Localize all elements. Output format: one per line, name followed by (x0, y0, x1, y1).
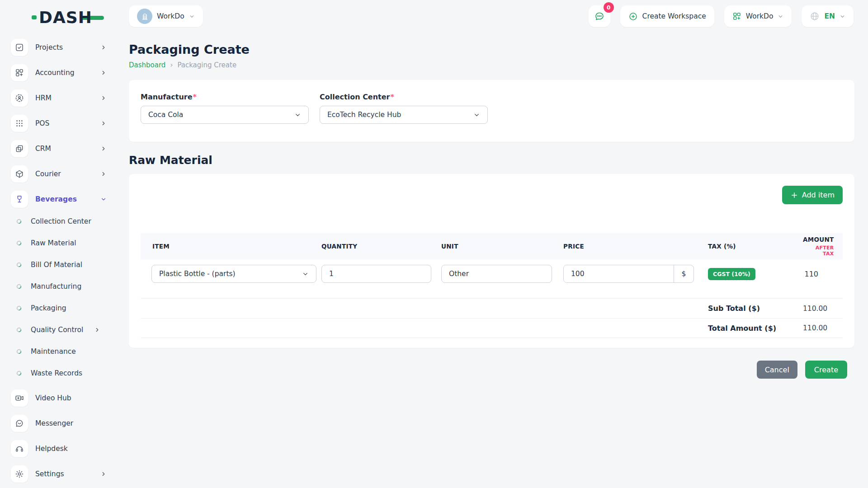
chevron-right-icon (94, 327, 100, 333)
topbar-actions: 0 Create Workspace WorkDo (589, 5, 854, 27)
item-select[interactable]: Plastic Bottle - (parts) (151, 265, 316, 283)
sidebar-item-messenger[interactable]: Messenger (11, 415, 107, 432)
sidebar-item-manufacturing[interactable]: Manufacturing (16, 281, 107, 292)
globe-icon (810, 11, 820, 21)
messages-button[interactable]: 0 (589, 5, 610, 27)
bullet-circle-icon (16, 219, 22, 224)
manufacture-select[interactable]: Coca Cola (141, 106, 309, 124)
sidebar-item-pos[interactable]: POS (11, 115, 107, 132)
chevron-right-icon (100, 120, 107, 127)
sidebar-item-label: Accounting (35, 69, 75, 77)
header-form-card: Manufacture* Coca Cola Collection Center… (129, 80, 854, 142)
column-header-tax: TAX (%) (694, 243, 803, 250)
sidebar-item-accounting[interactable]: Accounting (11, 64, 107, 81)
bullet-circle-icon (16, 284, 22, 289)
manufacture-select-value: Coca Cola (148, 111, 183, 119)
person-dashed-circle-icon (11, 89, 28, 107)
collection-center-label: Collection Center* (320, 93, 488, 101)
workspace-switcher[interactable]: WorkDo (129, 5, 203, 27)
logo-text: DASH (32, 8, 92, 27)
total-amount-value: 110.00 (803, 324, 852, 332)
dots-grid-icon (11, 115, 28, 132)
building-icon (141, 12, 149, 21)
sidebar: Projects Accounting HRM (0, 33, 118, 488)
sidebar-item-collection-center[interactable]: Collection Center (16, 216, 107, 227)
chevron-down-icon (302, 271, 309, 277)
table-row: Plastic Bottle - (parts) $ CGST (10 (141, 259, 843, 298)
sidebar-item-maintenance[interactable]: Maintenance (16, 346, 107, 357)
item-select-value: Plastic Bottle - (parts) (159, 270, 236, 278)
chevron-down-icon (840, 14, 845, 19)
sidebar-subitem-label: Collection Center (31, 217, 91, 225)
breadcrumb-current: Packaging Create (177, 61, 236, 69)
grid-plus-icon (11, 64, 28, 81)
sidebar-subitem-label: Packaging (31, 304, 66, 312)
check-square-icon (11, 39, 28, 56)
bullet-circle-icon (16, 305, 22, 311)
grid-plus-icon (732, 12, 741, 21)
chevron-right-icon (100, 471, 107, 477)
column-header-price: PRICE (563, 243, 694, 250)
sidebar-subitem-label: Manufacturing (31, 282, 81, 291)
sidebar-item-raw-material[interactable]: Raw Material (16, 238, 107, 249)
manufacture-label: Manufacture* (141, 93, 309, 101)
add-item-button[interactable]: Add item (782, 186, 843, 204)
page-title: Packaging Create (129, 42, 854, 56)
sub-total-row: Sub Total ($) 110.00 (141, 298, 843, 318)
raw-material-heading: Raw Material (129, 154, 854, 167)
breadcrumb-dashboard-link[interactable]: Dashboard (129, 61, 165, 69)
sidebar-item-helpdesk[interactable]: Helpdesk (11, 440, 107, 457)
tax-badge[interactable]: CGST (10%) (708, 268, 755, 280)
sidebar-item-beverages[interactable]: Beverages (11, 191, 107, 208)
sidebar-item-crm[interactable]: CRM (11, 140, 107, 157)
required-mark: * (193, 93, 197, 101)
sidebar-item-video-hub[interactable]: Video Hub (11, 389, 107, 407)
sidebar-item-quality-control[interactable]: Quality Control (16, 324, 107, 335)
collection-center-select-value: EcoTech Recycle Hub (327, 111, 401, 119)
sidebar-item-packaging[interactable]: Packaging (16, 303, 107, 314)
collection-center-select[interactable]: EcoTech Recycle Hub (320, 106, 488, 124)
chat-bubble-icon (11, 415, 28, 432)
logo-accent-dot (32, 15, 37, 19)
price-input[interactable] (564, 265, 674, 282)
chevron-right-icon (100, 145, 107, 152)
sidebar-item-label: Settings (35, 470, 64, 478)
sidebar-item-settings[interactable]: Settings (11, 465, 107, 483)
create-workspace-button[interactable]: Create Workspace (620, 5, 714, 27)
total-amount-row: Total Amount ($) 110.00 (141, 318, 843, 338)
bullet-circle-icon (16, 240, 22, 246)
sidebar-item-waste-records[interactable]: Waste Records (16, 368, 107, 379)
sidebar-item-courier[interactable]: Courier (11, 165, 107, 183)
sidebar-item-projects[interactable]: Projects (11, 39, 107, 56)
top-bar: DASH WorkDo 0 (0, 0, 868, 33)
sidebar-subitem-label: Maintenance (31, 347, 76, 356)
create-button[interactable]: Create (805, 361, 847, 379)
bullet-circle-icon (16, 327, 22, 333)
cancel-button[interactable]: Cancel (757, 361, 797, 379)
sidebar-item-label: CRM (35, 145, 51, 153)
messages-count-badge: 0 (604, 2, 614, 13)
table-header-row: ITEM QUANTITY UNIT PRICE TAX (%) AMOUNT … (141, 233, 843, 259)
sidebar-subitem-label: Quality Control (31, 326, 83, 334)
language-selector[interactable]: EN (802, 5, 854, 27)
workspace-label: WorkDo (157, 12, 184, 20)
chevron-down-icon (778, 14, 783, 19)
chevron-right-icon (100, 171, 107, 177)
beverages-submenu: Collection Center Raw Material Bill Of M… (16, 216, 118, 379)
chevron-right-icon (100, 70, 107, 76)
company-menu-button[interactable]: WorkDo (724, 5, 792, 27)
sidebar-item-label: Messenger (35, 419, 73, 427)
unit-input[interactable] (441, 265, 552, 283)
chevron-down-icon (100, 196, 107, 202)
sidebar-item-bill-of-material[interactable]: Bill Of Material (16, 259, 107, 270)
quantity-input[interactable] (321, 265, 431, 283)
required-mark: * (391, 93, 394, 101)
sidebar-item-label: Projects (35, 43, 63, 52)
chat-bubble-icon (594, 11, 605, 22)
column-header-unit: UNIT (441, 243, 563, 250)
create-workspace-label: Create Workspace (642, 12, 706, 20)
main-content: Packaging Create Dashboard › Packaging C… (129, 33, 854, 379)
sidebar-item-hrm[interactable]: HRM (11, 89, 107, 107)
sidebar-item-label: Courier (35, 170, 61, 178)
app-logo[interactable]: DASH (32, 8, 104, 27)
